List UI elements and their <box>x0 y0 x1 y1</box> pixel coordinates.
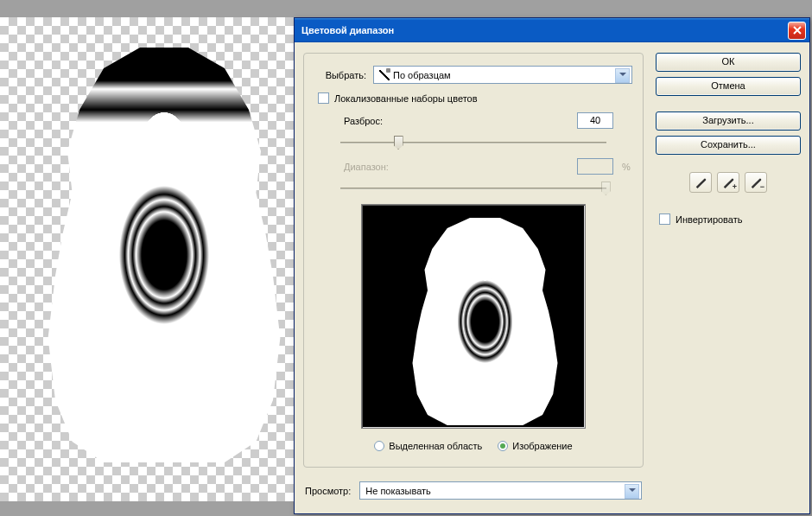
range-input <box>577 158 613 175</box>
eyedropper-icon <box>695 176 707 188</box>
select-label: Выбрать: <box>314 70 366 80</box>
select-dropdown[interactable]: По образцам <box>373 66 632 84</box>
radio-selection[interactable]: Выделенная область <box>374 441 482 451</box>
load-button[interactable]: Загрузить... <box>656 111 801 131</box>
select-value: По образцам <box>393 70 451 80</box>
range-thumb <box>601 182 611 195</box>
chevron-down-icon <box>629 488 636 492</box>
eyedropper-subtract-tool[interactable]: − <box>745 172 767 193</box>
fuzziness-input[interactable]: 40 <box>577 112 613 129</box>
fuzziness-slider[interactable] <box>340 134 606 151</box>
range-label: Диапазон: <box>344 162 404 172</box>
preview-thumbnail[interactable] <box>361 204 586 429</box>
titlebar[interactable]: Цветовой диапазон <box>295 18 809 42</box>
options-fieldset: Выбрать: По образцам Локализованные набо… <box>303 53 644 468</box>
radio-image-label: Изображение <box>512 441 572 451</box>
eyedropper-add-tool[interactable]: + <box>717 172 739 193</box>
plus-icon: + <box>733 182 737 191</box>
range-slider <box>340 180 606 197</box>
close-button[interactable] <box>788 22 806 40</box>
invert-label: Инвертировать <box>676 214 742 225</box>
radio-selection-input[interactable] <box>374 441 384 451</box>
chevron-down-icon <box>619 73 626 76</box>
minus-icon: − <box>760 182 764 191</box>
dialog-title: Цветовой диапазон <box>301 25 788 35</box>
canvas-area[interactable] <box>0 17 294 501</box>
localized-label: Локализованные наборы цветов <box>334 93 478 104</box>
transparency-bg <box>0 17 294 501</box>
eyedropper-icon <box>379 70 390 80</box>
preview-mode-value: Не показывать <box>365 486 431 496</box>
canvas-image[interactable] <box>43 48 285 462</box>
preview-mode-dropdown[interactable]: Не показывать <box>359 481 642 500</box>
eyedropper-tool[interactable] <box>689 172 712 193</box>
localized-checkbox[interactable] <box>318 92 329 104</box>
preview-mode-label: Просмотр: <box>305 486 351 496</box>
preview-image <box>409 218 561 425</box>
radio-image[interactable]: Изображение <box>498 441 572 451</box>
range-unit: % <box>622 162 632 172</box>
fuzziness-thumb[interactable] <box>394 136 403 150</box>
radio-image-input[interactable] <box>498 441 508 451</box>
radio-selection-label: Выделенная область <box>389 441 482 451</box>
ok-button[interactable]: ОК <box>656 53 801 72</box>
close-icon <box>793 26 802 35</box>
color-range-dialog: Цветовой диапазон Выбрать: По образцам Л… <box>294 17 810 514</box>
invert-checkbox[interactable] <box>659 213 670 225</box>
cancel-button[interactable]: Отмена <box>656 77 801 96</box>
fuzziness-label: Разброс: <box>344 116 404 126</box>
save-button[interactable]: Сохранить... <box>656 136 801 155</box>
